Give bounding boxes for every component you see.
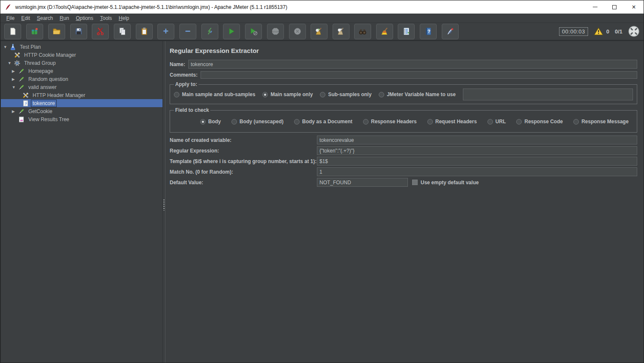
menu-edit[interactable]: Edit — [18, 14, 33, 22]
radio-main-sample-and-subsamples[interactable]: Main sample and sub-samples — [174, 91, 255, 97]
created-variable-input[interactable] — [317, 136, 637, 144]
expander-icon[interactable]: ▶ — [12, 109, 18, 114]
close-button[interactable]: × — [624, 0, 644, 14]
expander-icon[interactable]: ▶ — [12, 69, 18, 73]
match-no-input[interactable] — [317, 167, 637, 176]
search-button[interactable] — [354, 24, 371, 39]
jmeter-logo-icon — [446, 27, 454, 36]
open-button[interactable] — [48, 24, 65, 39]
radio-icon[interactable] — [516, 119, 522, 125]
radio-icon[interactable] — [174, 92, 179, 97]
tree-item-random-question[interactable]: ▶ Random question — [1, 75, 162, 83]
radio-icon[interactable] — [427, 119, 433, 125]
radio-request-headers[interactable]: Request Headers — [427, 119, 477, 125]
radio-body-as-document[interactable]: Body as a Document — [294, 119, 352, 125]
maximize-button[interactable] — [605, 0, 624, 14]
radio-subsamples-only[interactable]: Sub-samples only — [320, 91, 372, 97]
function-helper-button[interactable] — [398, 24, 415, 39]
radio-response-message[interactable]: Response Message — [573, 119, 628, 125]
save-button[interactable] — [70, 24, 87, 39]
tree-item-http-cookie-manager[interactable]: HTTP Cookie Manager — [1, 51, 162, 59]
shutdown-button — [289, 24, 306, 39]
menu-search[interactable]: Search — [33, 14, 56, 22]
use-empty-default-option[interactable]: Use empty default value — [412, 180, 479, 186]
cut-button[interactable] — [92, 24, 109, 39]
radio-icon[interactable] — [320, 92, 325, 97]
tree-item-http-header-manager[interactable]: HTTP Header Manager — [1, 91, 162, 99]
divider-grip-icon[interactable] — [163, 200, 165, 211]
radio-icon[interactable] — [573, 119, 579, 125]
minimize-button[interactable] — [585, 0, 605, 14]
tree-item-valid-answer[interactable]: ▼ valid answer — [1, 83, 162, 91]
tree-item-tokencore[interactable]: tokencore — [1, 99, 162, 107]
expander-icon[interactable]: ▼ — [8, 61, 14, 65]
split-divider[interactable] — [163, 41, 165, 363]
warning-triangle-icon[interactable] — [594, 27, 603, 36]
menu-help[interactable]: Help — [116, 14, 133, 22]
collapse-all-button[interactable]: − — [179, 24, 196, 39]
comments-input[interactable] — [201, 71, 637, 79]
radio-icon[interactable] — [363, 119, 369, 125]
expander-icon[interactable]: ▼ — [3, 45, 9, 49]
templates-button[interactable] — [26, 24, 43, 39]
expand-all-button[interactable]: + — [157, 24, 174, 39]
expander-icon[interactable]: ▶ — [12, 77, 18, 81]
jmeter-variable-name-input[interactable] — [463, 89, 633, 100]
radio-body-unescaped[interactable]: Body (unescaped) — [231, 119, 283, 125]
regular-expression-input[interactable] — [317, 146, 637, 155]
close-icon: × — [632, 4, 636, 11]
menu-options[interactable]: Options — [72, 14, 96, 22]
radio-label: URL — [495, 119, 506, 125]
svg-text:?: ? — [427, 29, 430, 34]
field-to-check-group: Field to check Body Body (unescaped) Bod… — [170, 107, 637, 133]
toggle-button[interactable] — [201, 24, 218, 39]
radio-response-headers[interactable]: Response Headers — [363, 119, 417, 125]
tree-item-homepage[interactable]: ▶ Homepage — [1, 67, 162, 75]
radio-icon[interactable] — [231, 119, 237, 125]
expand-all-plus-icon: + — [163, 27, 169, 36]
radio-body[interactable]: Body — [200, 119, 221, 125]
match-no-row: Match No. (0 for Random): — [170, 167, 637, 176]
radio-icon[interactable] — [262, 92, 268, 97]
regular-expression-row: Regular Expression: — [170, 146, 637, 155]
radio-icon[interactable] — [200, 119, 206, 125]
radio-icon[interactable] — [487, 119, 493, 125]
about-button[interactable] — [442, 24, 459, 39]
tree-item-getcookie[interactable]: ▶ GetCookie — [1, 107, 162, 115]
checkbox-icon[interactable] — [412, 180, 418, 185]
radio-label: Body — [208, 119, 221, 125]
radio-main-sample-only[interactable]: Main sample only — [262, 91, 313, 97]
new-file-button[interactable] — [4, 24, 21, 39]
radio-icon[interactable] — [379, 92, 384, 97]
start-button[interactable] — [223, 24, 240, 39]
titlebar: wsmlogin.jmx (D:\ToolsQA\apache-jmeter-5… — [0, 0, 644, 14]
help-button[interactable]: ? — [420, 24, 437, 39]
run-group: STOP — [223, 24, 306, 39]
created-variable-row: Name of created variable: — [170, 136, 637, 144]
tree-item-label: Thread Group — [23, 60, 57, 67]
name-input[interactable] — [188, 60, 637, 69]
clear-button[interactable] — [311, 24, 328, 39]
template-input[interactable] — [317, 157, 637, 166]
tree-item-test-plan[interactable]: ▼ Test Plan — [1, 43, 162, 51]
start-no-pauses-button[interactable] — [245, 24, 262, 39]
regex-extractor-panel: Regular Expression Extractor Name: Comme… — [165, 41, 644, 363]
menu-tools[interactable]: Tools — [97, 14, 116, 22]
paste-button[interactable] — [136, 24, 153, 39]
menu-file[interactable]: File — [3, 14, 18, 22]
tree-item-thread-group[interactable]: ▼ Thread Group — [1, 59, 162, 67]
tree-item-view-results-tree[interactable]: View Results Tree — [1, 115, 162, 123]
radio-url[interactable]: URL — [487, 119, 506, 125]
radio-icon[interactable] — [294, 119, 300, 125]
menu-run[interactable]: Run — [56, 14, 72, 22]
clear-all-button[interactable] — [333, 24, 350, 39]
templates-icon — [30, 27, 39, 36]
search-reset-button[interactable] — [376, 24, 393, 39]
radio-response-code[interactable]: Response Code — [516, 119, 563, 125]
copy-button[interactable] — [114, 24, 131, 39]
radio-jmeter-variable-name[interactable]: JMeter Variable Name to use — [379, 91, 456, 97]
page-title: Regular Expression Extractor — [170, 47, 637, 54]
default-value-input[interactable] — [317, 178, 408, 187]
test-plan-tree: ▼ Test Plan HTTP Cookie Manager ▼ — [0, 41, 163, 363]
expander-icon[interactable]: ▼ — [12, 85, 18, 89]
